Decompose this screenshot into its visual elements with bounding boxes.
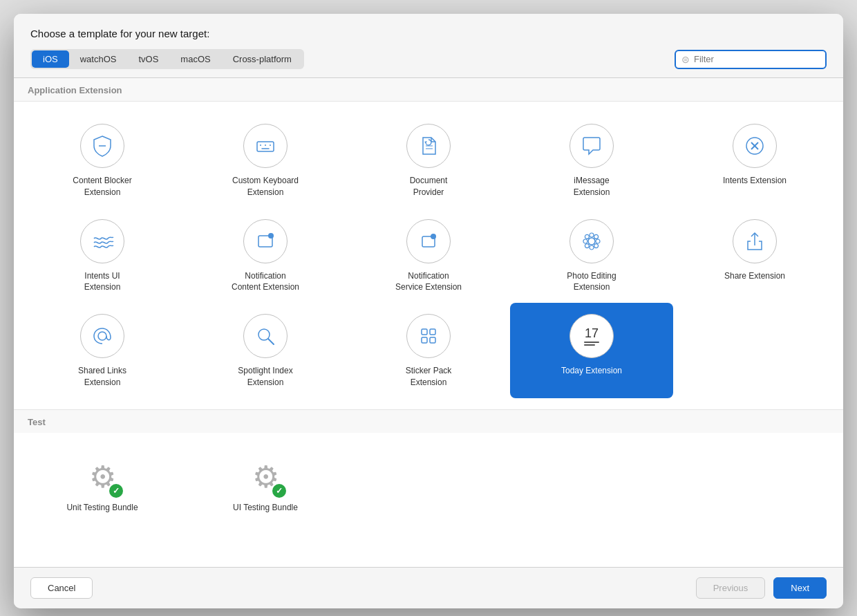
today-line-long — [584, 342, 599, 343]
document-provider-label: DocumentProvider — [410, 175, 448, 198]
filter-input[interactable] — [694, 54, 820, 64]
dialog-title: Choose a template for your new target: — [30, 28, 827, 39]
check-badge-unit: ✓ — [109, 484, 123, 498]
item-share[interactable]: Share Extension — [673, 208, 836, 304]
tab-watchos[interactable]: watchOS — [69, 50, 128, 68]
svg-point-20 — [596, 239, 600, 243]
today-line-med — [584, 344, 595, 346]
item-content-blocker[interactable]: Content BlockerExtension — [21, 113, 184, 208]
filter-wrapper: ⊜ — [675, 50, 827, 69]
notif-content-icon-circle — [243, 219, 288, 263]
previous-button[interactable]: Previous — [696, 577, 766, 599]
item-shared-links[interactable]: Shared LinksExtension — [21, 303, 184, 398]
item-imessage[interactable]: iMessageExtension — [510, 113, 673, 208]
photo-edit-icon — [579, 229, 604, 254]
today-number: 17 — [585, 327, 599, 339]
message-icon — [579, 133, 604, 158]
imessage-icon-circle — [569, 124, 614, 168]
shield-icon — [90, 133, 115, 158]
photo-edit-icon-circle — [569, 219, 614, 263]
shared-links-label: Shared LinksExtension — [78, 365, 126, 389]
svg-point-21 — [585, 234, 589, 239]
dialog-footer: Cancel Previous Next — [14, 568, 843, 608]
item-photo-editing[interactable]: Photo EditingExtension — [510, 208, 673, 304]
tab-macos[interactable]: macOS — [169, 50, 221, 68]
item-notification-service[interactable]: NotificationService Extension — [347, 208, 510, 304]
svg-point-17 — [590, 233, 594, 237]
svg-point-24 — [594, 243, 599, 248]
item-intents-ui[interactable]: Intents UIExtension — [21, 208, 184, 304]
content-blocker-label: Content BlockerExtension — [73, 175, 131, 198]
filter-icon: ⊜ — [681, 54, 690, 65]
svg-point-15 — [431, 234, 436, 239]
item-ui-testing[interactable]: ⚙ ✓ UI Testing Bundle — [184, 444, 347, 523]
at-icon — [90, 324, 115, 348]
photo-editing-label: Photo EditingExtension — [567, 270, 616, 294]
test-grid: ⚙ ✓ Unit Testing Bundle ⚙ ✓ UI Testing B… — [14, 433, 843, 529]
intents-ui-label: Intents UIExtension — [84, 270, 121, 294]
content-blocker-icon-circle — [80, 124, 124, 168]
share-label: Share Extension — [724, 270, 785, 282]
ui-testing-icon: ⚙ ✓ — [243, 455, 288, 499]
today-icon-inner: 17 — [584, 327, 599, 346]
intents-icon-circle — [733, 124, 777, 168]
keyboard-icon — [253, 133, 278, 158]
today-icon-circle: 17 — [569, 314, 614, 358]
sticker-pack-label: Sticker PackExtension — [406, 365, 452, 389]
search-icon — [253, 324, 278, 348]
tab-tvos[interactable]: tvOS — [127, 50, 169, 68]
content-area: Application Extension Content BlockerExt… — [14, 77, 843, 568]
dialog: Choose a template for your new target: i… — [14, 14, 843, 608]
next-button[interactable]: Next — [773, 577, 827, 599]
item-notification-content[interactable]: NotificationContent Extension — [184, 208, 347, 304]
item-custom-keyboard[interactable]: Custom KeyboardExtension — [184, 113, 347, 208]
svg-point-22 — [594, 234, 599, 239]
item-sticker-pack[interactable]: Sticker PackExtension — [347, 303, 510, 398]
svg-rect-31 — [430, 337, 435, 343]
tab-ios[interactable]: iOS — [32, 50, 69, 68]
notif-content-icon — [253, 229, 278, 254]
custom-keyboard-label: Custom KeyboardExtension — [232, 175, 299, 198]
cancel-button[interactable]: Cancel — [30, 577, 93, 599]
sticker-pack-icon-circle — [406, 314, 451, 358]
share-icon — [742, 229, 767, 254]
today-lines — [584, 342, 599, 346]
platform-tabs: iOS watchOS tvOS macOS Cross-platform — [30, 49, 304, 69]
custom-keyboard-icon-circle — [243, 124, 288, 168]
empty-slot — [673, 303, 836, 398]
footer-right: Previous Next — [696, 577, 827, 599]
notif-content-label: NotificationContent Extension — [232, 270, 299, 294]
svg-point-25 — [98, 332, 106, 340]
intents-icon — [742, 133, 767, 158]
spotlight-index-label: Spotlight IndexExtension — [238, 365, 292, 389]
svg-line-27 — [268, 339, 274, 344]
tab-bar: iOS watchOS tvOS macOS Cross-platform ⊜ — [30, 49, 827, 69]
notif-service-icon-circle — [406, 219, 451, 263]
ui-testing-label: UI Testing Bundle — [233, 502, 298, 514]
svg-point-18 — [590, 245, 594, 250]
svg-rect-28 — [422, 329, 427, 335]
share-icon-circle — [733, 219, 777, 263]
shared-links-icon-circle — [80, 314, 124, 358]
item-document-provider[interactable]: DocumentProvider — [347, 113, 510, 208]
intents-ui-icon — [90, 229, 115, 254]
item-spotlight-index[interactable]: Spotlight IndexExtension — [184, 303, 347, 398]
document-provider-icon-circle — [406, 124, 451, 168]
grid-icon — [416, 324, 441, 348]
notif-service-label: NotificationService Extension — [395, 270, 462, 294]
item-intents[interactable]: Intents Extension — [673, 113, 836, 208]
notif-service-icon — [416, 229, 441, 254]
item-today[interactable]: 17 Today Extension — [510, 303, 673, 398]
today-label: Today Extension — [561, 365, 622, 377]
tab-crossplatform[interactable]: Cross-platform — [222, 50, 303, 68]
section-test-header: Test — [14, 409, 843, 433]
intents-ui-icon-circle — [80, 219, 124, 263]
item-unit-testing[interactable]: ⚙ ✓ Unit Testing Bundle — [21, 444, 184, 523]
section-app-extension-header: Application Extension — [14, 78, 843, 102]
unit-testing-label: Unit Testing Bundle — [66, 502, 138, 514]
svg-point-16 — [588, 238, 595, 245]
svg-point-19 — [583, 239, 587, 243]
spotlight-icon-circle — [243, 314, 288, 358]
imessage-label: iMessageExtension — [574, 175, 610, 198]
svg-rect-29 — [430, 329, 435, 335]
